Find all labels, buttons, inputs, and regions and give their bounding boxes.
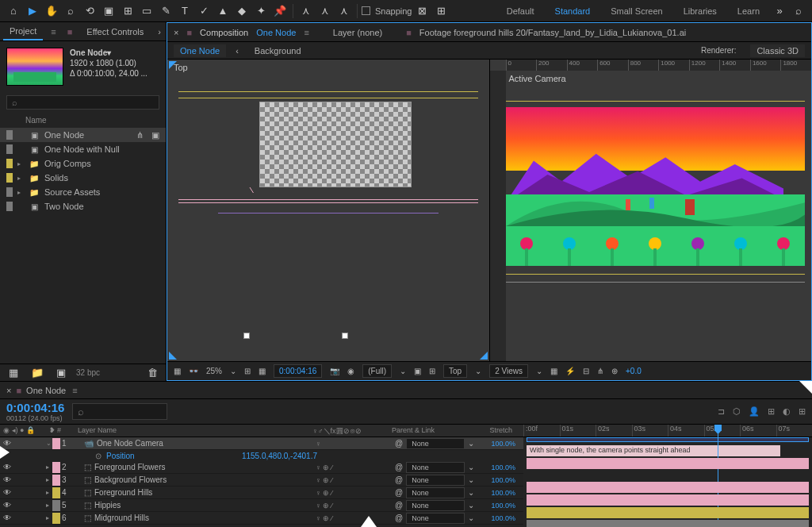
quality-dropdown-icon[interactable]: ⌄ bbox=[400, 367, 406, 375]
hand-tool-icon[interactable]: ✋ bbox=[43, 2, 60, 20]
pixel-aspect-icon[interactable]: ▦ bbox=[550, 367, 557, 375]
layer-color-chip[interactable] bbox=[52, 513, 60, 524]
col-parent[interactable]: Parent & Link bbox=[389, 425, 468, 437]
views-count[interactable]: 2 Views bbox=[489, 364, 528, 378]
timeline-timecode[interactable]: 0:00:04:16 bbox=[6, 401, 64, 414]
project-item[interactable]: ▣ One Node with Null bbox=[0, 142, 166, 156]
layer-track-bar[interactable] bbox=[527, 458, 809, 469]
draft3d-icon[interactable]: ⬡ bbox=[733, 406, 741, 417]
dropdown-icon[interactable]: ⌄ bbox=[468, 463, 474, 471]
layer-toggle-icon[interactable]: ▸ bbox=[46, 514, 52, 521]
home-icon[interactable]: ⌂ bbox=[5, 2, 22, 20]
toggle-mask-icon[interactable]: 👓 bbox=[189, 367, 198, 375]
visibility-icon[interactable]: 👁 bbox=[3, 463, 11, 471]
snapshot-icon[interactable]: 📷 bbox=[330, 367, 339, 375]
timeline-tracks[interactable]: :00f01s02s03s04s05s06s07s With single no… bbox=[523, 425, 812, 527]
timeline-layer-row[interactable]: 👁 ▸ 6 ⬚Midground Hills ♀ ⊕ ∕ @None⌄ 100.… bbox=[0, 512, 523, 525]
stopwatch-icon[interactable]: ⊙ bbox=[95, 452, 102, 460]
project-item[interactable]: ▸ 📁 Solids bbox=[0, 171, 166, 185]
new-comp-icon[interactable]: ▣ bbox=[52, 364, 70, 382]
layer-switches[interactable]: ♀ ⊕ ∕ bbox=[316, 502, 395, 510]
folder-toggle-icon[interactable]: ▸ bbox=[17, 189, 24, 196]
timeline-tab[interactable]: One Node bbox=[26, 386, 66, 395]
top-view[interactable]: Top bbox=[167, 60, 490, 361]
view-dropdown[interactable]: Top bbox=[443, 364, 467, 378]
toggle-alpha-icon[interactable]: ▦ bbox=[174, 367, 181, 375]
trash-icon[interactable]: 🗑 bbox=[144, 364, 161, 382]
pan-behind-icon[interactable]: ⊞ bbox=[119, 2, 136, 20]
layer-switches[interactable]: ♀ ⊕ ∕ bbox=[316, 514, 395, 522]
comp-menu-icon[interactable]: ≡ bbox=[304, 28, 308, 37]
axis-view-icon[interactable]: ⋏ bbox=[335, 2, 353, 20]
parent-dropdown[interactable]: None bbox=[406, 438, 465, 449]
folder-toggle-icon[interactable]: ▸ bbox=[17, 175, 24, 182]
layer-color-chip[interactable] bbox=[52, 500, 60, 511]
folder-toggle-icon[interactable]: ▸ bbox=[17, 160, 24, 167]
renderer-value[interactable]: Classic 3D bbox=[750, 44, 805, 57]
x-close-icon[interactable]: × bbox=[174, 28, 178, 37]
crumb-one-node[interactable]: One Node bbox=[174, 44, 226, 57]
exposure-value[interactable]: +0.0 bbox=[626, 367, 642, 375]
shape-tool-icon[interactable]: ▭ bbox=[138, 2, 155, 20]
show-snapshot-icon[interactable]: ◉ bbox=[347, 367, 354, 375]
snapping-checkbox[interactable] bbox=[362, 6, 370, 15]
project-item[interactable]: ▣ One Node ⋔▣ bbox=[0, 128, 166, 142]
project-item[interactable]: ▣ Two Node bbox=[0, 199, 166, 213]
pickwhip-icon[interactable]: @ bbox=[395, 463, 403, 471]
comp-title-name[interactable]: One Node bbox=[256, 28, 296, 37]
layer-color-chip[interactable] bbox=[52, 475, 60, 486]
layer-tab[interactable]: Layer (none) bbox=[333, 28, 382, 37]
pickwhip-icon[interactable]: @ bbox=[395, 501, 403, 510]
layer-stretch[interactable]: 100.0% bbox=[474, 440, 522, 448]
pickwhip-icon[interactable]: @ bbox=[395, 488, 403, 497]
layer-color-chip[interactable] bbox=[52, 462, 60, 473]
flowchart-icon[interactable]: ⋔ bbox=[597, 367, 603, 375]
quality-dropdown[interactable]: (Full) bbox=[362, 364, 392, 378]
axis-world-icon[interactable]: ⋏ bbox=[316, 2, 334, 20]
snap-option-icon[interactable]: ⊠ bbox=[414, 2, 431, 20]
layer-toggle-icon[interactable]: ▸ bbox=[46, 502, 52, 509]
transparency-icon[interactable]: ▦ bbox=[259, 367, 266, 375]
selection-tool-icon[interactable]: ▶ bbox=[24, 2, 41, 20]
parent-dropdown[interactable]: None bbox=[406, 487, 465, 498]
camera-handle[interactable] bbox=[243, 333, 250, 339]
region-ic�on[interactable]: ▣ bbox=[414, 367, 421, 375]
timeline-layer-row[interactable]: 👁 ▸ 2 ⬚Foreground Flowers ♀ ⊕ ∕ @None⌄ 1… bbox=[0, 461, 523, 474]
dropdown-icon[interactable]: ⌄ bbox=[468, 488, 474, 497]
tl-close-icon[interactable]: × bbox=[6, 386, 11, 395]
position-property-row[interactable]: ⊙Position1155.0,480.0,-2401.7 bbox=[0, 450, 523, 461]
layer-stretch[interactable]: 100.0% bbox=[474, 502, 522, 510]
tabs-overflow-icon[interactable]: › bbox=[158, 27, 161, 37]
workspace-default[interactable]: Default bbox=[497, 6, 544, 16]
views-dropdown-icon[interactable]: ⌄ bbox=[536, 367, 542, 375]
col-idx[interactable]: # bbox=[54, 425, 75, 437]
current-time[interactable]: 0:00:04:16 bbox=[274, 364, 322, 378]
pickwhip-icon[interactable]: @ bbox=[395, 439, 403, 448]
axis-local-icon[interactable]: ⋏ bbox=[297, 2, 315, 20]
grid-icon[interactable]: ⊞ bbox=[429, 367, 435, 375]
layer-stretch[interactable]: 100.0% bbox=[474, 464, 522, 471]
dropdown-icon[interactable]: ⌄ bbox=[468, 514, 474, 522]
col-stretch[interactable]: Stretch bbox=[468, 425, 515, 437]
motion-blur-icon[interactable]: ◐ bbox=[783, 406, 791, 417]
timeline-menu-icon[interactable]: ≡ bbox=[72, 386, 77, 395]
new-folder-icon[interactable]: 📁 bbox=[29, 364, 46, 382]
zoom-tool-icon[interactable]: ⌕ bbox=[62, 2, 79, 20]
visibility-icon[interactable]: 👁 bbox=[3, 488, 11, 497]
search-help-icon[interactable]: ⌕ bbox=[790, 2, 807, 20]
layer-track-bar[interactable] bbox=[527, 482, 809, 493]
project-item[interactable]: ▸ 📁 Orig Comps bbox=[0, 156, 166, 171]
workspace-learn[interactable]: Learn bbox=[728, 6, 769, 16]
type-tool-icon[interactable]: T bbox=[176, 2, 193, 20]
camera-handle[interactable] bbox=[342, 333, 348, 339]
eraser-tool-icon[interactable]: ◆ bbox=[233, 2, 251, 20]
visibility-icon[interactable]: 👁 bbox=[3, 501, 11, 510]
view-dropdown-icon[interactable]: ⌄ bbox=[475, 367, 481, 375]
resolution-icon[interactable]: ⊞ bbox=[244, 367, 251, 375]
timeline-layer-row[interactable]: 👁 ⌄ 1 📹One Node Camera ♀ @None⌄ 100.0% bbox=[0, 437, 523, 450]
col-layer-name[interactable]: Layer Name bbox=[75, 425, 309, 437]
layer-color-chip[interactable] bbox=[52, 438, 60, 449]
brush-tool-icon[interactable]: ✓ bbox=[195, 2, 213, 20]
active-camera-view[interactable]: 020040060080010001200140016001800 Active… bbox=[490, 60, 812, 361]
dropdown-icon[interactable]: ⌄ bbox=[468, 501, 474, 510]
